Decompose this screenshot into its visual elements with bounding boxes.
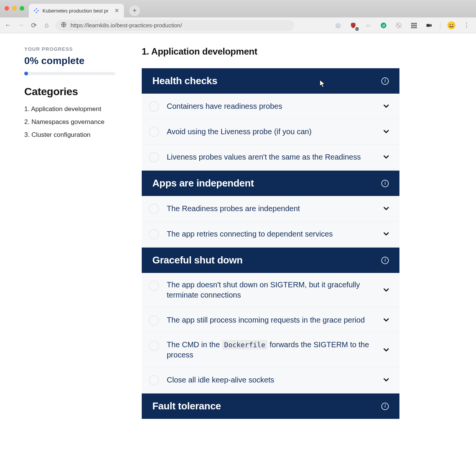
checkbox[interactable] <box>149 204 159 214</box>
info-icon[interactable]: i <box>381 403 389 410</box>
categories-heading: Categories <box>24 86 115 98</box>
checklist-item[interactable]: Avoid using the Liveness probe (if you c… <box>142 119 399 144</box>
checkbox[interactable] <box>149 101 159 112</box>
checkbox[interactable] <box>149 127 159 137</box>
section-list: Health checksiContainers have readiness … <box>142 68 399 419</box>
checklist-item[interactable]: Containers have readiness probes <box>142 94 399 119</box>
sidebar: YOUR PROGRESS 0% complete Categories 1. … <box>24 46 115 419</box>
svg-rect-6 <box>411 25 413 26</box>
checklist-item[interactable]: The app still process incoming requests … <box>142 307 399 333</box>
checkbox[interactable] <box>149 281 159 291</box>
code-snippet: Dockerfile <box>222 340 268 349</box>
svg-rect-10 <box>413 27 415 28</box>
svg-rect-8 <box>415 25 417 26</box>
checklist-item-label: The Readiness probes are independent <box>167 204 374 214</box>
checklist-item[interactable]: Close all idle keep-alive sockets <box>142 367 399 393</box>
close-tab-icon[interactable]: ✕ <box>114 7 119 14</box>
adblock-badge: 1 <box>355 27 359 31</box>
section-title: Fault tolerance <box>152 400 221 412</box>
extension-loop-icon[interactable]: ◎ <box>334 21 342 30</box>
info-icon[interactable]: i <box>381 77 389 85</box>
browser-tab-strip: Kubernetes production best pr ✕ + <box>0 0 476 17</box>
chevron-down-icon <box>382 127 390 136</box>
browser-menu-icon[interactable]: ⋮ <box>462 21 471 30</box>
checklist-item-label: The CMD in the Dockerfile forwards the S… <box>167 340 374 360</box>
main-column: 1. Application development Health checks… <box>142 46 399 419</box>
checkbox[interactable] <box>149 152 159 163</box>
progress-label: YOUR PROGRESS <box>24 46 115 52</box>
chevron-down-icon <box>382 376 390 384</box>
section-title: Health checks <box>152 75 218 87</box>
extension-code-icon[interactable]: ‹› <box>364 21 373 30</box>
svg-rect-11 <box>415 27 417 28</box>
category-item[interactable]: 3. Cluster configuration <box>24 131 115 139</box>
window-controls <box>5 6 29 17</box>
info-icon[interactable]: i <box>381 257 389 264</box>
svg-rect-12 <box>426 24 430 27</box>
checkbox[interactable] <box>149 229 159 240</box>
checklist-item[interactable]: The app retries connecting to dependent … <box>142 221 399 247</box>
extension-row: ◎ 1 ‹› 😄 ⋮ <box>334 21 472 30</box>
page-title: 1. Application development <box>142 46 399 57</box>
section-header[interactable]: Health checksi <box>142 68 399 94</box>
profile-avatar[interactable]: 😄 <box>447 21 456 30</box>
extension-video-icon[interactable] <box>425 21 433 30</box>
maximize-window-button[interactable] <box>20 6 24 11</box>
page-content: YOUR PROGRESS 0% complete Categories 1. … <box>0 33 476 419</box>
section-title: Apps are independent <box>152 177 254 189</box>
browser-toolbar: ← → ⟳ ⌂ https://learnk8s.io/best-practic… <box>0 17 476 33</box>
section-header[interactable]: Apps are independenti <box>142 171 399 196</box>
chevron-down-icon <box>382 153 390 161</box>
forward-button[interactable]: → <box>17 21 25 29</box>
progress-indicator <box>24 72 28 75</box>
home-button[interactable]: ⌂ <box>42 21 51 29</box>
checklist-item-label: The app doesn't shut down on SIGTERM, bu… <box>167 280 374 300</box>
checklist-item[interactable]: The app doesn't shut down on SIGTERM, bu… <box>142 273 399 307</box>
category-item[interactable]: 1. Application development <box>24 105 115 113</box>
checklist-item[interactable]: The CMD in the Dockerfile forwards the S… <box>142 333 399 367</box>
back-button[interactable]: ← <box>4 21 12 29</box>
chevron-down-icon <box>382 230 390 238</box>
info-icon[interactable]: i <box>381 180 389 187</box>
section-header[interactable]: Graceful shut downi <box>142 248 399 273</box>
checklist-item[interactable]: Liveness probes values aren't the same a… <box>142 144 399 170</box>
checklist-item-label: Containers have readiness probes <box>167 101 374 111</box>
checklist-item-label: The app still process incoming requests … <box>167 315 374 325</box>
checklist-item-label: Liveness probes values aren't the same a… <box>167 152 374 162</box>
checklist-item-label: Avoid using the Liveness probe (if you c… <box>167 127 374 137</box>
tab-row: Kubernetes production best pr ✕ + <box>29 0 140 17</box>
checkbox[interactable] <box>149 340 159 351</box>
category-item[interactable]: 2. Namespaces governance <box>24 118 115 126</box>
minimize-window-button[interactable] <box>12 6 17 11</box>
svg-rect-7 <box>413 25 415 26</box>
svg-point-1 <box>381 22 387 28</box>
extension-grammarly-icon[interactable] <box>379 21 388 30</box>
checkbox[interactable] <box>149 375 159 386</box>
extension-apps-icon[interactable] <box>410 21 418 30</box>
chevron-down-icon <box>382 102 390 110</box>
tab-favicon-icon <box>33 8 39 14</box>
chevron-down-icon <box>382 346 390 354</box>
reload-button[interactable]: ⟳ <box>30 21 38 30</box>
chevron-down-icon <box>382 316 390 324</box>
progress-value: 0% complete <box>24 55 115 67</box>
section-header[interactable]: Fault tolerancei <box>142 393 399 419</box>
checklist-item-label: Close all idle keep-alive sockets <box>167 375 374 385</box>
checkbox[interactable] <box>149 315 159 326</box>
svg-rect-4 <box>413 23 415 24</box>
progress-bar <box>24 72 115 75</box>
extension-adblock-icon[interactable]: 1 <box>349 21 357 30</box>
close-window-button[interactable] <box>5 6 9 11</box>
category-list: 1. Application development 2. Namespaces… <box>24 105 115 139</box>
chevron-down-icon <box>382 286 390 294</box>
extension-generic-icon[interactable] <box>395 21 403 30</box>
tab-title: Kubernetes production best pr <box>42 8 108 14</box>
browser-tab[interactable]: Kubernetes production best pr ✕ <box>29 4 124 17</box>
svg-rect-3 <box>411 23 413 24</box>
address-bar[interactable]: https://learnk8s.io/best-practices-produ… <box>55 20 294 31</box>
checklist-item[interactable]: The Readiness probes are independent <box>142 196 399 221</box>
site-info-icon <box>61 22 67 29</box>
url-text: https://learnk8s.io/best-practices-produ… <box>70 22 182 28</box>
svg-rect-9 <box>411 27 413 28</box>
new-tab-button[interactable]: + <box>129 5 140 16</box>
